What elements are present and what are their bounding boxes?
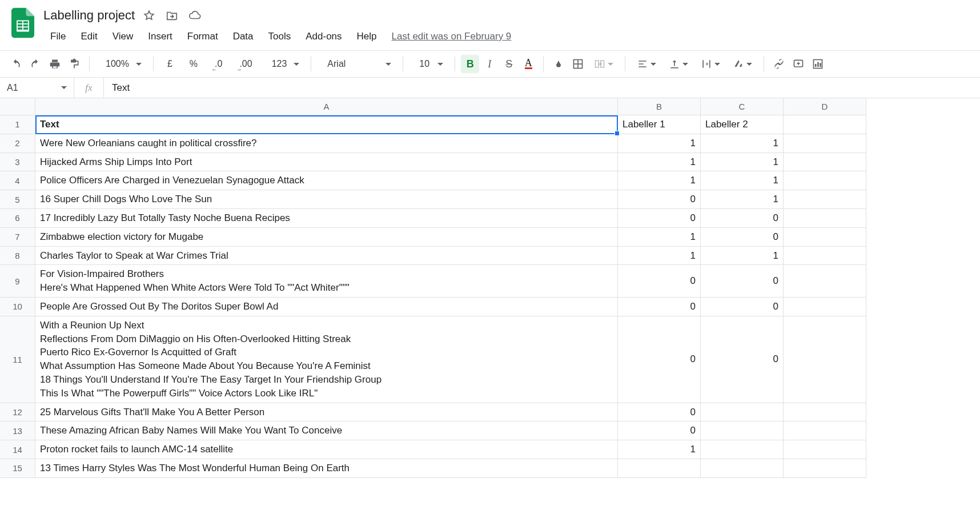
- merge-cells-dropdown[interactable]: [588, 55, 619, 73]
- print-button[interactable]: [46, 55, 64, 73]
- cell-D2[interactable]: [784, 134, 866, 153]
- row-header-13[interactable]: 13: [0, 421, 35, 440]
- menu-tools[interactable]: Tools: [262, 27, 298, 46]
- cell-B2[interactable]: 1: [618, 134, 701, 153]
- select-all-corner[interactable]: [0, 98, 35, 115]
- cell-C10[interactable]: 0: [701, 298, 784, 316]
- cell-D8[interactable]: [784, 247, 866, 266]
- cell-A14[interactable]: Proton rocket fails to launch AMC-14 sat…: [35, 440, 618, 459]
- cell-B10[interactable]: 0: [618, 298, 701, 316]
- cell-A8[interactable]: Charles Taylor to Speak at War Crimes Tr…: [35, 247, 618, 266]
- cell-B8[interactable]: 1: [618, 247, 701, 266]
- cell-A2[interactable]: Were New Orleanians caught in political …: [35, 134, 618, 153]
- menu-help[interactable]: Help: [350, 27, 384, 46]
- column-header-C[interactable]: C: [701, 98, 784, 115]
- cell-B12[interactable]: 0: [618, 403, 701, 422]
- borders-button[interactable]: [569, 55, 587, 73]
- last-edit-link[interactable]: Last edit was on February 9: [392, 31, 512, 42]
- cell-C4[interactable]: 1: [701, 171, 784, 190]
- row-header-9[interactable]: 9: [0, 265, 35, 298]
- cell-B7[interactable]: 1: [618, 228, 701, 247]
- currency-button[interactable]: £: [159, 55, 180, 73]
- cell-B5[interactable]: 0: [618, 190, 701, 209]
- cell-C15[interactable]: [701, 459, 784, 478]
- cell-C6[interactable]: 0: [701, 209, 784, 228]
- spreadsheet-grid[interactable]: ABCD1TextLabeller 1Labeller 22Were New O…: [0, 98, 980, 522]
- cell-D12[interactable]: [784, 403, 866, 422]
- bold-button[interactable]: B: [461, 55, 479, 73]
- row-header-5[interactable]: 5: [0, 190, 35, 209]
- horizontal-align-dropdown[interactable]: [631, 55, 662, 73]
- cell-B14[interactable]: 1: [618, 440, 701, 459]
- strikethrough-button[interactable]: S: [500, 55, 518, 73]
- row-header-7[interactable]: 7: [0, 228, 35, 247]
- menu-insert[interactable]: Insert: [141, 27, 179, 46]
- cell-A9[interactable]: For Vision-Impaired Brothers Here's What…: [35, 265, 618, 298]
- cell-C9[interactable]: 0: [701, 265, 784, 298]
- cell-C5[interactable]: 1: [701, 190, 784, 209]
- cell-B4[interactable]: 1: [618, 171, 701, 190]
- cell-B11[interactable]: 0: [618, 316, 701, 403]
- italic-button[interactable]: I: [480, 55, 499, 73]
- font-size-dropdown[interactable]: 10: [409, 55, 449, 73]
- cell-A3[interactable]: Hijacked Arms Ship Limps Into Port: [35, 153, 618, 172]
- cell-B6[interactable]: 0: [618, 209, 701, 228]
- document-title[interactable]: Labelling project: [43, 8, 135, 23]
- menu-file[interactable]: File: [43, 27, 73, 46]
- font-family-dropdown[interactable]: Arial: [317, 55, 397, 73]
- cell-D13[interactable]: [784, 421, 866, 440]
- cell-A15[interactable]: 13 Times Harry Styles Was The Most Wonde…: [35, 459, 618, 478]
- cell-A6[interactable]: 17 Incredibly Lazy But Totally Tasty Noc…: [35, 209, 618, 228]
- column-header-A[interactable]: A: [35, 98, 618, 115]
- row-header-6[interactable]: 6: [0, 209, 35, 228]
- cell-A1[interactable]: Text: [35, 115, 618, 134]
- insert-chart-button[interactable]: [809, 55, 827, 73]
- cell-B9[interactable]: 0: [618, 265, 701, 298]
- cell-C12[interactable]: [701, 403, 784, 422]
- row-header-1[interactable]: 1: [0, 115, 35, 134]
- cell-C14[interactable]: [701, 440, 784, 459]
- menu-data[interactable]: Data: [226, 27, 260, 46]
- row-header-3[interactable]: 3: [0, 153, 35, 172]
- cell-C7[interactable]: 0: [701, 228, 784, 247]
- row-header-11[interactable]: 11: [0, 316, 35, 403]
- move-icon[interactable]: [166, 9, 178, 22]
- cell-A13[interactable]: These Amazing African Baby Names Will Ma…: [35, 421, 618, 440]
- cell-C1[interactable]: Labeller 2: [701, 115, 784, 134]
- cell-B15[interactable]: [618, 459, 701, 478]
- vertical-align-dropdown[interactable]: [663, 55, 694, 73]
- star-icon[interactable]: [143, 9, 155, 22]
- column-header-D[interactable]: D: [784, 98, 866, 115]
- insert-link-button[interactable]: [770, 55, 788, 73]
- cell-B1[interactable]: Labeller 1: [618, 115, 701, 134]
- text-color-button[interactable]: A: [519, 55, 537, 73]
- cell-D4[interactable]: [784, 171, 866, 190]
- row-header-8[interactable]: 8: [0, 247, 35, 266]
- cell-D5[interactable]: [784, 190, 866, 209]
- formula-input[interactable]: Text: [104, 82, 980, 94]
- cell-A10[interactable]: People Are Grossed Out By The Doritos Su…: [35, 298, 618, 316]
- row-header-14[interactable]: 14: [0, 440, 35, 459]
- more-formats-dropdown[interactable]: 123: [262, 55, 306, 73]
- cell-D10[interactable]: [784, 298, 866, 316]
- cell-B13[interactable]: 0: [618, 421, 701, 440]
- decrease-decimal-button[interactable]: .0←: [207, 55, 230, 73]
- sheets-logo[interactable]: [9, 5, 37, 41]
- menu-view[interactable]: View: [106, 27, 140, 46]
- zoom-dropdown[interactable]: 100%: [95, 55, 147, 73]
- cell-D15[interactable]: [784, 459, 866, 478]
- cell-B3[interactable]: 1: [618, 153, 701, 172]
- cell-D7[interactable]: [784, 228, 866, 247]
- cell-A4[interactable]: Police Officers Are Charged in Venezuela…: [35, 171, 618, 190]
- cell-A7[interactable]: Zimbabwe election victory for Mugabe: [35, 228, 618, 247]
- cell-C13[interactable]: [701, 421, 784, 440]
- cell-D6[interactable]: [784, 209, 866, 228]
- paint-format-button[interactable]: [65, 55, 83, 73]
- text-wrap-dropdown[interactable]: [695, 55, 726, 73]
- row-header-2[interactable]: 2: [0, 134, 35, 153]
- cell-D11[interactable]: [784, 316, 866, 403]
- undo-button[interactable]: [7, 55, 25, 73]
- row-header-10[interactable]: 10: [0, 298, 35, 316]
- row-header-4[interactable]: 4: [0, 171, 35, 190]
- menu-addons[interactable]: Add-ons: [299, 27, 348, 46]
